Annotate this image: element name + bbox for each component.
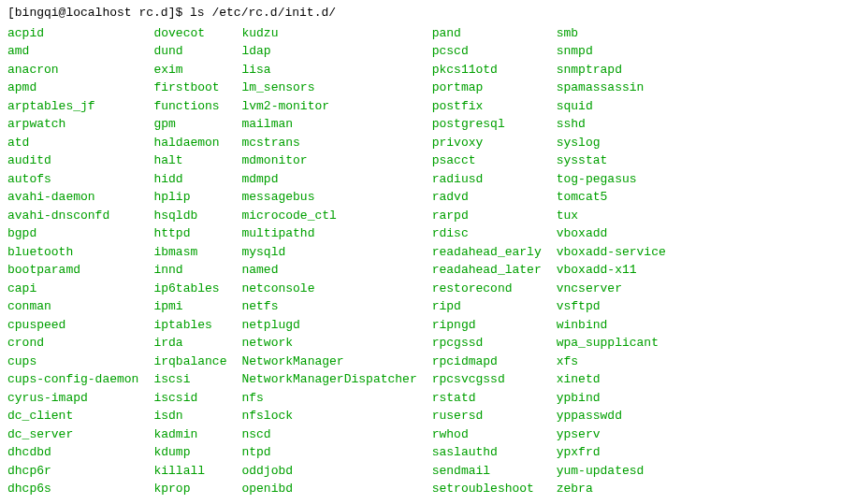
- file-entry: dhcdbd: [7, 443, 138, 462]
- file-entry: avahi-daemon: [7, 188, 138, 207]
- file-entry: firstboot: [153, 79, 226, 97]
- file-entry: netplugd: [241, 316, 416, 335]
- file-entry: messagebus: [241, 188, 416, 207]
- file-entry: NetworkManagerDispatcher: [241, 370, 416, 389]
- file-entry: netfs: [241, 297, 416, 316]
- file-entry: kudzu: [241, 24, 416, 43]
- file-entry: snmptrapd: [557, 61, 666, 79]
- file-entry: psacct: [432, 151, 542, 170]
- file-entry: amd: [7, 42, 138, 61]
- file-entry: sendmail: [432, 462, 542, 481]
- file-entry: anacron: [7, 61, 138, 79]
- file-entry: hidd: [153, 170, 226, 189]
- file-entry: arptables_jf: [7, 97, 138, 116]
- file-entry: capi: [7, 280, 138, 298]
- file-entry: syslog: [557, 134, 666, 152]
- file-entry: acpid: [7, 24, 138, 43]
- file-entry: radiusd: [432, 170, 542, 189]
- file-entry: lm_sensors: [241, 79, 416, 97]
- file-entry: innd: [153, 261, 226, 280]
- file-entry: kadmin: [153, 425, 226, 444]
- file-entry: bgpd: [7, 224, 138, 243]
- file-entry: cpuspeed: [7, 316, 138, 335]
- file-entry: bootparamd: [7, 261, 138, 280]
- file-entry: functions: [153, 97, 226, 116]
- file-entry: tux: [557, 207, 666, 225]
- file-entry: cyrus-imapd: [7, 389, 138, 408]
- file-entry: httpd: [153, 224, 226, 243]
- file-entry: halt: [153, 151, 226, 170]
- file-entry: dovecot: [153, 24, 226, 43]
- file-entry: snmpd: [557, 42, 666, 61]
- file-entry: rstatd: [432, 389, 542, 408]
- file-entry: netconsole: [241, 280, 416, 298]
- file-entry: network: [241, 334, 416, 353]
- file-entry: iscsi: [153, 370, 226, 389]
- file-entry: ripd: [432, 297, 542, 316]
- file-entry: vboxadd-service: [557, 243, 666, 262]
- file-entry: iptables: [153, 316, 226, 335]
- file-entry: rusersd: [432, 407, 542, 425]
- file-entry: xinetd: [557, 370, 666, 389]
- file-entry: rarpd: [432, 207, 542, 225]
- file-entry: apmd: [7, 79, 138, 97]
- file-entry: iscsid: [153, 389, 226, 408]
- file-entry: nscd: [241, 425, 416, 444]
- file-entry: vsftpd: [557, 297, 666, 316]
- file-entry: spamassassin: [557, 79, 666, 97]
- listing-col-0: acpidamdanacronapmdarptables_jfarpwatcha…: [7, 24, 153, 498]
- file-entry: dhcp6r: [7, 462, 138, 481]
- file-entry: rpcsvcgssd: [432, 370, 542, 389]
- file-entry: kdump: [153, 443, 226, 462]
- file-entry: ipmi: [153, 297, 226, 316]
- file-entry: lvm2-monitor: [241, 97, 416, 116]
- file-entry: tomcat5: [557, 188, 666, 207]
- file-entry: ypserv: [557, 425, 666, 444]
- file-entry: ip6tables: [153, 280, 226, 298]
- file-entry: ypxfrd: [557, 443, 666, 462]
- file-entry: dc_server: [7, 425, 138, 444]
- file-entry: winbind: [557, 316, 666, 335]
- file-entry: arpwatch: [7, 115, 138, 134]
- file-entry: mdmonitor: [241, 151, 416, 170]
- file-entry: ibmasm: [153, 243, 226, 262]
- file-entry: dund: [153, 42, 226, 61]
- file-entry: wpa_supplicant: [557, 334, 666, 353]
- file-entry: pkcs11otd: [432, 61, 542, 79]
- file-entry: multipathd: [241, 224, 416, 243]
- file-entry: ntpd: [241, 443, 416, 462]
- file-entry: sysstat: [557, 151, 666, 170]
- file-entry: mailman: [241, 115, 416, 134]
- file-entry: portmap: [432, 79, 542, 97]
- file-entry: saslauthd: [432, 443, 542, 462]
- file-entry: privoxy: [432, 134, 542, 152]
- file-entry: gpm: [153, 115, 226, 134]
- file-entry: irda: [153, 334, 226, 353]
- file-entry: mcstrans: [241, 134, 416, 152]
- file-entry: vboxadd-x11: [557, 261, 666, 280]
- file-entry: isdn: [153, 407, 226, 425]
- listing-col-2: kudzuldaplisalm_sensorslvm2-monitormailm…: [241, 24, 431, 498]
- file-entry: hplip: [153, 188, 226, 207]
- file-entry: openibd: [241, 480, 416, 498]
- file-entry: ripngd: [432, 316, 542, 335]
- file-entry: lisa: [241, 61, 416, 79]
- file-entry: haldaemon: [153, 134, 226, 152]
- file-entry: tog-pegasus: [557, 170, 666, 189]
- file-entry: kprop: [153, 480, 226, 498]
- file-entry: rpcgssd: [432, 334, 542, 353]
- file-entry: rwhod: [432, 425, 542, 444]
- terminal-prompt: [bingqi@localhost rc.d]$ ls /etc/rc.d/in…: [7, 4, 848, 22]
- file-entry: atd: [7, 134, 138, 152]
- file-entry: dhcp6s: [7, 480, 138, 498]
- file-entry: sshd: [557, 115, 666, 134]
- file-entry: yppasswdd: [557, 407, 666, 425]
- file-entry: bluetooth: [7, 243, 138, 262]
- file-entry: ypbind: [557, 389, 666, 408]
- file-entry: postgresql: [432, 115, 542, 134]
- file-entry: squid: [557, 97, 666, 116]
- file-entry: readahead_early: [432, 243, 542, 262]
- file-entry: crond: [7, 334, 138, 353]
- file-entry: NetworkManager: [241, 353, 416, 371]
- file-entry: oddjobd: [241, 462, 416, 481]
